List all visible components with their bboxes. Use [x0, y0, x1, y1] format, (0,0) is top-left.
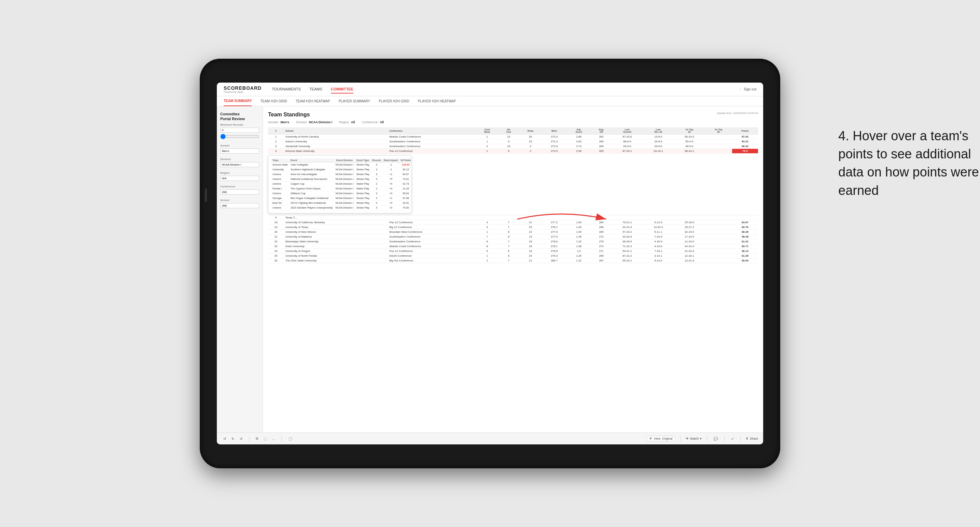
vs-top50 [705, 135, 732, 139]
sidebar-gender: Gender Men's [220, 144, 259, 154]
top-nav: SCOREBOARD Powered by clippd TOURNAMENTS… [217, 83, 763, 96]
points-highlighted[interactable]: 79.5 [732, 149, 758, 154]
points[interactable]: 60.71 [732, 244, 758, 249]
rnds: 23 [519, 139, 542, 144]
filter-conference-value: All [380, 121, 384, 124]
tt-col-rank-impact: Rank Impact [382, 159, 399, 162]
tooltip-data-row: Georgia Ben Hogan Collegiate Invitationa… [271, 196, 412, 201]
undo-redo-group: ↺ ↻ ↺ [222, 436, 244, 441]
more-button[interactable]: ... [271, 436, 276, 441]
rank: 4 [268, 149, 284, 154]
points[interactable]: 61.39 [732, 254, 758, 259]
wins: 273.5 [542, 149, 567, 154]
points[interactable]: 36.14 [732, 249, 758, 254]
table-row: 1 University of North Carolina Atlantic … [268, 135, 758, 139]
nav-committee[interactable]: COMMITTEE [331, 85, 353, 94]
watch-button[interactable]: 👁 Watch ▾ [686, 437, 702, 440]
gender-select[interactable]: Men's [220, 148, 259, 154]
col-rnds: Rnds [519, 127, 542, 135]
view-icon: 👁 [649, 437, 652, 440]
low-overall: 63-5-0 [612, 144, 643, 149]
logo-text: SCOREBOARD [224, 85, 262, 91]
undo-button[interactable]: ↺ [222, 436, 228, 441]
sign-out-button[interactable]: Sign out [740, 87, 756, 91]
refresh-button[interactable]: ↺ [238, 436, 244, 441]
tab-team-h2h-heatmap[interactable]: TEAM H2H HEATMAP [296, 97, 330, 106]
separator [249, 436, 249, 441]
points[interactable]: 97.02 [732, 135, 758, 139]
tab-player-h2h-grid[interactable]: PLAYER H2H GRID [379, 97, 409, 106]
filter-gender: Gender: Men's [268, 121, 289, 124]
logo-area: SCOREBOARD Powered by clippd [224, 85, 262, 93]
tab-player-summary[interactable]: PLAYER SUMMARY [339, 97, 370, 106]
points[interactable]: 48.48 [732, 235, 758, 239]
feedback-icon[interactable]: 💬 [712, 436, 719, 441]
school: University of North Carolina [284, 135, 388, 139]
tooltip-data-row: University Southern Highlands Collegiate… [271, 167, 412, 172]
filter-region-value: All [351, 121, 355, 124]
conference: Southeastern Conference [388, 144, 476, 149]
table-row: 26 The Ohio State University Big Ten Con… [268, 259, 758, 263]
tooltip-data-row: Florida I The Cypress Point Classic NCAA… [271, 186, 412, 191]
vs-top50 [705, 139, 732, 144]
table-row: 23 Duke University Atlantic Coast Confer… [268, 244, 758, 249]
rank: 3 [268, 144, 284, 149]
redo-button[interactable]: ↻ [230, 436, 235, 441]
table-row: 25 University of North Florida ASUN Conf… [268, 254, 758, 259]
col-low: LowOverall [612, 127, 643, 135]
points[interactable]: 93.31 [732, 139, 758, 144]
col-vs-top50: Vs Top50 [705, 127, 732, 135]
points[interactable]: 60.70 [732, 225, 758, 230]
copy-button[interactable]: ⧉ [255, 436, 259, 441]
tt-col-points: W Points [399, 159, 412, 162]
tab-team-h2h-grid[interactable]: TEAM H2H GRID [260, 97, 287, 106]
region-select[interactable]: N/A [220, 176, 259, 181]
expand-icon[interactable]: ⤢ [730, 436, 735, 441]
col-avg-sg: Avg.SG [591, 127, 612, 135]
sidebar-school: School (All) [220, 198, 259, 208]
red-arrow-svg [511, 205, 613, 233]
rnds: 2 [519, 149, 542, 154]
school-select[interactable]: (All) [220, 203, 259, 208]
points[interactable]: 30.94 [732, 259, 758, 263]
sidebar-division: Division NCAA Division I [220, 158, 259, 167]
points[interactable]: 63.07 [732, 220, 758, 225]
share-button[interactable]: ⬆ Share [746, 437, 758, 440]
standings-header: Team Standings Update time: 13/03/2024 1… [268, 112, 758, 118]
share-icon: ⬆ [746, 437, 748, 440]
table-row-highlighted: 4 Arizona State University Pac-12 Confer… [268, 149, 758, 154]
tab-team-summary[interactable]: TEAM SUMMARY [224, 96, 252, 106]
conf-rank: 1 [476, 149, 498, 154]
nav-teams[interactable]: TEAMS [309, 85, 322, 94]
tt-col-division: Event Division [334, 159, 355, 162]
region-label: Region [220, 171, 259, 175]
nav-tournaments[interactable]: TOURNAMENTS [272, 85, 301, 94]
vs-top25: 46-5-0 [674, 144, 705, 149]
conf-rank: 1 [476, 139, 498, 144]
points[interactable]: 68.49 [732, 230, 758, 235]
standings-table: # School Conference ConfRank NoTour Rnds… [268, 127, 758, 263]
conference-select[interactable]: (All) [220, 189, 259, 195]
tab-player-h2h-heatmap[interactable]: PLAYER H2H HEATMAP [418, 97, 456, 106]
view-button[interactable]: 👁 View: Original [647, 436, 675, 441]
table-row: 3 Vanderbilt University Southeastern Con… [268, 144, 758, 149]
school: Vanderbilt University [284, 144, 388, 149]
tooltip-data-row: Arizona State Cato Collegiate NCAA Divis… [271, 162, 412, 167]
min-rounds-slider[interactable] [220, 134, 259, 139]
annotation-text: 4. Hover over a team's points to see add… [838, 127, 980, 200]
nav-items: TOURNAMENTS TEAMS COMMITTEE [272, 85, 740, 94]
conf-rank: 4 [476, 220, 498, 225]
low-rec25: 13-9-0 [643, 135, 674, 139]
logo-sub: Powered by clippd [224, 91, 262, 93]
min-rounds-input[interactable] [220, 128, 259, 133]
paste-button[interactable]: ⬚ [262, 436, 268, 441]
division-select[interactable]: NCAA Division I [220, 162, 259, 167]
adj-score: 2.82 [567, 139, 591, 144]
sidebar-region: Region N/A [220, 171, 259, 181]
conf-rank: 1 [476, 135, 498, 139]
points[interactable]: 90.32 [732, 144, 758, 149]
wins: 272.3 [542, 139, 567, 144]
points[interactable]: 61.41 [732, 239, 758, 244]
points[interactable] [732, 215, 758, 220]
filter-conference-label: Conference: [362, 121, 378, 124]
